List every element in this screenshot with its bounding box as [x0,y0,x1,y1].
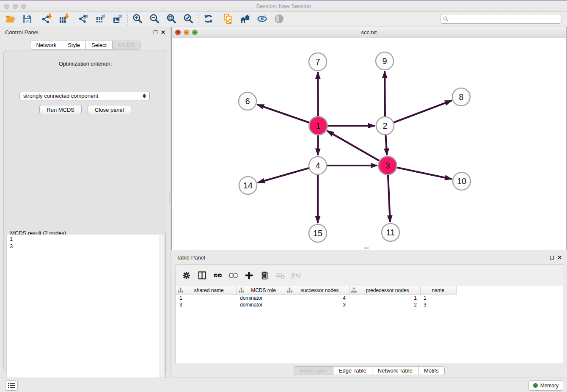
import-network-button[interactable] [39,13,55,25]
graph-node-2[interactable]: 2 [376,117,394,135]
table-settings-button[interactable] [179,268,193,283]
import-table-button[interactable] [55,13,72,25]
save-session-button[interactable] [19,13,36,25]
tab-network[interactable]: Network [30,41,62,50]
zoom-out-button[interactable] [146,13,163,25]
toggle-view-button[interactable] [270,13,287,25]
table-cell[interactable]: dominator [237,301,285,308]
float-table-panel-icon[interactable] [550,256,554,259]
tab-select[interactable]: Select [86,41,113,50]
graph-node-15[interactable]: 15 [309,224,327,242]
export-image-button[interactable] [109,13,126,25]
graph-node-6[interactable]: 6 [239,92,256,110]
zoom-selected-button[interactable] [180,13,197,25]
close-panel-icon[interactable]: ✕ [161,30,165,35]
table-cell[interactable]: 1 [420,295,456,301]
tab-edge-table[interactable]: Edge Table [333,366,372,375]
control-panel-tabs: NetworkStyleSelectMCDS [0,41,171,50]
home-layout-button[interactable] [237,13,253,25]
search-icon [443,16,449,22]
clone-network-button[interactable] [220,13,237,25]
zoom-fit-button[interactable] [163,13,180,25]
mcds-panel: Optimization criterion: strongly connect… [3,50,167,371]
column-header-MCDS-role[interactable]: MCDS role [237,286,285,295]
export-table-button[interactable] [92,13,109,25]
network-window: ✕ − + scc.txt 7968124314101511 [171,27,567,250]
column-header-name[interactable]: name [420,286,456,295]
tab-network-table[interactable]: Network Table [372,366,418,375]
close-panel-button[interactable]: Close panel [88,105,131,114]
graph-edge-3-1[interactable] [327,131,388,166]
table-cell[interactable]: dominator [237,295,285,301]
mcds-result-text[interactable]: 13 [7,235,160,392]
network-window-titlebar[interactable]: ✕ − + scc.txt [172,27,566,38]
graph-node-14[interactable]: 14 [239,177,257,194]
svg-text:9: 9 [382,56,387,66]
graph-node-11[interactable]: 11 [382,224,399,241]
table-cell[interactable]: 4 [285,295,349,301]
graph-node-8[interactable]: 8 [452,88,470,106]
tab-mcds[interactable]: MCDS [113,41,140,50]
table-cell[interactable]: 3 [420,301,456,308]
graph-node-4[interactable]: 4 [309,157,327,174]
chevron-updown-icon [143,94,146,98]
zoom-in-button[interactable] [129,13,146,25]
graph-edge-2-8[interactable] [385,100,452,126]
clear-selection-icon [228,271,238,280]
optimization-select[interactable]: strongly connected component [19,91,150,100]
add-column-button[interactable] [242,268,256,283]
search-box[interactable] [440,14,562,24]
tab-motifs[interactable]: Motifs [418,366,445,375]
refresh-view-icon [203,14,214,24]
hide-panel-button[interactable] [253,13,270,25]
column-header-shared-name[interactable]: shared name [176,286,237,295]
open-session-button[interactable] [2,13,19,25]
column-header-predecessor-nodes[interactable]: predecessor nodes [349,286,420,295]
svg-text:1: 1 [316,121,320,130]
graph-node-1[interactable]: 1 [309,117,328,135]
column-type-icon [239,287,244,293]
graph-node-7[interactable]: 7 [309,53,327,71]
clear-selection-button[interactable] [226,268,240,283]
tab-style[interactable]: Style [62,41,86,50]
function-builder-button[interactable]: f(x) [289,268,303,283]
select-all-button[interactable] [211,268,225,283]
table-row[interactable]: 3dominator323 [176,301,456,308]
tab-node-table[interactable]: Node Table [294,366,333,375]
table-cell[interactable]: 3 [176,301,237,308]
graph-node-9[interactable]: 9 [376,52,394,70]
close-table-panel-icon[interactable]: ✕ [557,255,562,260]
table-cell[interactable]: 1 [349,295,420,301]
memory-button[interactable]: Memory [528,380,563,391]
network-resize-handle[interactable] [364,247,369,249]
table-cell[interactable]: 2 [349,301,420,308]
delete-table-button[interactable] [273,268,287,283]
hide-panel-icon [257,14,267,24]
table-panel-title: Table Panel [176,254,205,261]
toggle-panel-button[interactable] [195,268,209,283]
search-input[interactable] [450,14,559,23]
table-row[interactable]: 1dominator411 [176,295,456,301]
import-network-icon [42,14,52,24]
mcds-result-group: MCDS result (2 nodes) 13 [6,233,165,392]
export-network-button[interactable] [75,13,92,25]
export-image-icon [113,14,123,24]
result-scrollbar[interactable] [160,235,164,392]
toggle-panel-icon [197,271,207,280]
delete-column-button[interactable] [258,268,272,283]
result-line: 1 [10,235,160,243]
delete-table-icon [275,271,285,280]
add-column-icon [244,271,254,280]
network-canvas[interactable]: 7968124314101511 [172,38,566,250]
graph-edge-3-10[interactable] [388,166,452,179]
graph-node-10[interactable]: 10 [453,172,471,190]
table-cell[interactable]: 3 [285,301,349,308]
column-type-icon [287,287,292,293]
run-mcds-button[interactable]: Run MCDS [39,105,82,114]
graph-node-3[interactable]: 3 [379,157,397,175]
table-cell[interactable]: 1 [176,295,237,301]
task-history-button[interactable] [5,380,18,391]
float-panel-icon[interactable] [154,30,157,34]
refresh-view-button[interactable] [200,13,217,25]
column-header-successor-nodes[interactable]: successor nodes [285,286,349,295]
